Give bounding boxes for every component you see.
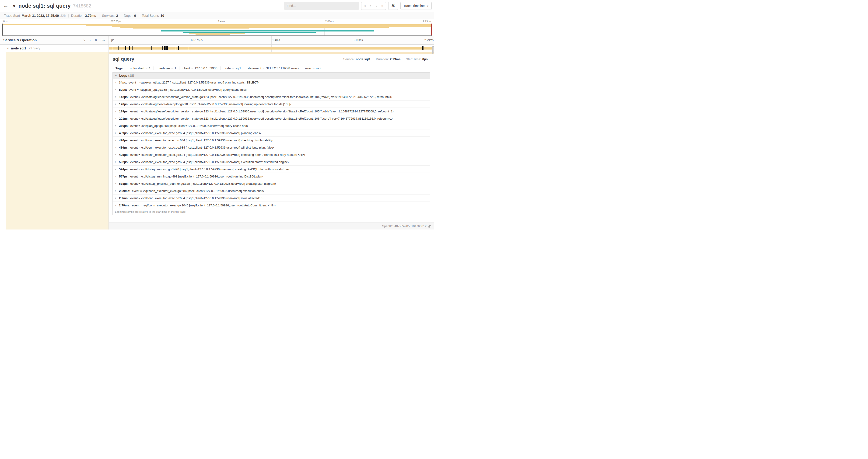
prev-result-icon[interactable]: ∧ <box>368 4 374 8</box>
log-message: event = ‹sql/distsql_running.go:498 [nsq… <box>130 175 263 178</box>
log-timestamp: 201μs: <box>119 117 129 120</box>
log-timestamp: 189μs: <box>119 110 129 113</box>
minimap-left-scrubber[interactable] <box>2 24 3 35</box>
service-operation-header: Service & Operation ∨›≫≫ <box>0 36 109 44</box>
chevron-down-icon[interactable]: ∨ <box>7 47 9 50</box>
log-timestamp: 597μs: <box>119 175 129 178</box>
summary-item: Services 2 <box>99 14 121 18</box>
span-row[interactable]: ∨ node sql1 sql query <box>0 44 434 52</box>
find-controls: ⊕∧∨× <box>361 2 386 10</box>
log-timestamp: 176μs: <box>119 102 129 106</box>
chevron-right-icon: › <box>115 110 119 113</box>
collapse-all-icon[interactable]: ≫ <box>94 38 98 42</box>
back-arrow-icon[interactable]: ← <box>3 3 11 9</box>
link-icon[interactable] <box>428 225 431 228</box>
log-row[interactable]: › 486μs: event = ‹sql/conn_executor_exec… <box>113 144 430 151</box>
log-row[interactable]: › 502μs: event = ‹sql/conn_executor_exec… <box>113 158 430 166</box>
span-meta-item: Start Time: 0μs <box>403 57 430 61</box>
timeline-column-header: Service & Operation ∨›≫≫ 0μs697.75μs1.4m… <box>0 36 434 44</box>
clear-search-icon[interactable]: × <box>379 4 385 8</box>
tag-key: client <box>183 66 190 70</box>
minimap-span <box>2 24 432 25</box>
minimap-span <box>112 26 432 27</box>
span-detail-title: sql query <box>113 56 134 62</box>
log-timestamp: 366μs: <box>119 124 129 128</box>
service-operation-label: Service & Operation <box>3 38 79 42</box>
log-row[interactable]: › 476μs: event = ‹sql/conn_executor_exec… <box>113 137 430 144</box>
span-meta-label: Duration: <box>376 57 389 61</box>
log-timestamp: 476μs: <box>119 138 129 142</box>
expand-one-icon[interactable]: › <box>89 38 90 42</box>
tags-list: _unfinished = 1 _verbose = 1 client = 12… <box>125 66 324 70</box>
locate-icon[interactable]: ⊕ <box>362 4 368 8</box>
log-event-tick <box>178 46 179 51</box>
tag-equals: = <box>171 66 173 70</box>
collapse-one-icon[interactable]: ∨ <box>83 38 86 42</box>
log-event-tick <box>166 46 167 51</box>
log-row[interactable]: › 34μs: event = ‹sql/exec_util.go:2297 [… <box>113 79 430 86</box>
log-message: event = ‹sql/catalog/descs/descriptor.go… <box>130 102 291 106</box>
summary-value: 6 <box>134 14 136 18</box>
chevron-right-icon: › <box>115 102 119 106</box>
minimap-canvas[interactable] <box>2 24 432 36</box>
log-row[interactable]: › 201μs: event = ‹sql/catalog/lease/desc… <box>113 115 430 122</box>
summary-item: Trace Start March 31 2022, 17:25:09 .326 <box>1 14 68 18</box>
collapse-trace-chevron-icon[interactable]: ∨ <box>12 4 16 8</box>
span-detail-meta: Service: node sql1 Duration: 2.79ms Star… <box>341 57 430 61</box>
log-row[interactable]: › 678μs: event = ‹sql/distsql_physical_p… <box>113 180 430 187</box>
logs-title: Logs <box>119 74 127 77</box>
log-row[interactable]: › 366μs: event = ‹sql/plan_opt.go:358 [n… <box>113 122 430 129</box>
log-row[interactable]: › 189μs: event = ‹sql/catalog/lease/desc… <box>113 108 430 115</box>
log-row[interactable]: › 80μs: event = ‹sql/plan_opt.go:358 [ns… <box>113 86 430 93</box>
tag-item: statement = SELECT * FROM users <box>244 66 302 70</box>
span-detail-card: sql query Service: node sql1 Duration: 2… <box>109 54 434 223</box>
span-meta-value: node sql1 <box>356 57 371 61</box>
vertical-scrollbar-thumb[interactable] <box>432 46 434 54</box>
log-row[interactable]: › 459μs: event = ‹sql/conn_executor_exec… <box>113 129 430 137</box>
log-row[interactable]: › 574μs: event = ‹sql/distsql_running.go… <box>113 166 430 173</box>
log-row[interactable]: › 2.7ms: event = ‹sql/conn_executor_exec… <box>113 195 430 202</box>
time-tick-label: 2.79ms <box>422 20 432 23</box>
span-row-name-cell[interactable]: ∨ node sql1 sql query <box>0 44 109 52</box>
log-row[interactable]: › 597μs: event = ‹sql/distsql_running.go… <box>113 173 430 180</box>
tag-equals: = <box>146 66 148 70</box>
tag-value: 127.0.0.1:59936 <box>195 66 217 70</box>
find-input[interactable] <box>284 2 359 10</box>
trace-summary-bar: Trace Start March 31 2022, 17:25:09 .326… <box>0 12 434 19</box>
summary-value: 10 <box>160 14 164 18</box>
view-selector-button[interactable]: Trace Timeline ∨ <box>400 2 432 10</box>
tag-key: node <box>223 66 230 70</box>
log-row[interactable]: › 495μs: event = ‹sql/conn_executor_exec… <box>113 151 430 158</box>
log-timestamp: 486μs: <box>119 146 129 149</box>
span-row-timeline-cell[interactable] <box>109 44 434 52</box>
chevron-down-icon: ∨ <box>427 4 429 7</box>
expand-all-icon[interactable]: ≫ <box>101 38 105 42</box>
next-result-icon[interactable]: ∨ <box>374 4 379 8</box>
keyboard-shortcuts-button[interactable]: ⌘ <box>388 2 398 10</box>
timeline-main: Service & Operation ∨›≫≫ 0μs697.75μs1.4m… <box>0 36 434 230</box>
summary-value: 2.79ms <box>85 14 96 18</box>
summary-value: 2 <box>116 14 118 18</box>
log-row[interactable]: › 2.69ms: event = ‹sql/conn_executor_exe… <box>113 187 430 195</box>
tags-accordion[interactable]: › Tags: _unfinished = 1 _verbose = 1 cli… <box>113 66 430 70</box>
log-event-tick <box>176 46 176 51</box>
chevron-right-icon: › <box>115 124 119 127</box>
log-event-tick <box>164 46 165 51</box>
log-row[interactable]: › 142μs: event = ‹sql/catalog/lease/desc… <box>113 93 430 101</box>
span-detail-row: sql query Service: node sql1 Duration: 2… <box>0 52 434 230</box>
minimap-right-scrubber[interactable] <box>431 24 432 35</box>
log-row[interactable]: › 2.79ms: event = ‹sql/conn_executor_exe… <box>113 202 430 209</box>
span-meta-value: 0μs <box>422 57 428 61</box>
logs-header[interactable]: ∨ Logs (18) <box>113 72 430 79</box>
log-message: event = ‹sql/distsql_running.go:1420 [ns… <box>130 167 289 171</box>
span-detail-accent-bar <box>109 52 434 54</box>
tag-item: client = 127.0.0.1:59936 <box>179 66 220 70</box>
time-tick-label: 2.09ms <box>324 20 335 23</box>
tag-value: 1 <box>149 66 151 70</box>
summary-label: Services <box>102 14 115 18</box>
log-timestamp: 502μs: <box>119 160 129 164</box>
log-timestamp: 459μs: <box>119 131 129 135</box>
summary-label: Duration <box>71 14 84 18</box>
log-row[interactable]: › 176μs: event = ‹sql/catalog/descs/desc… <box>113 101 430 108</box>
log-event-tick <box>151 46 152 51</box>
